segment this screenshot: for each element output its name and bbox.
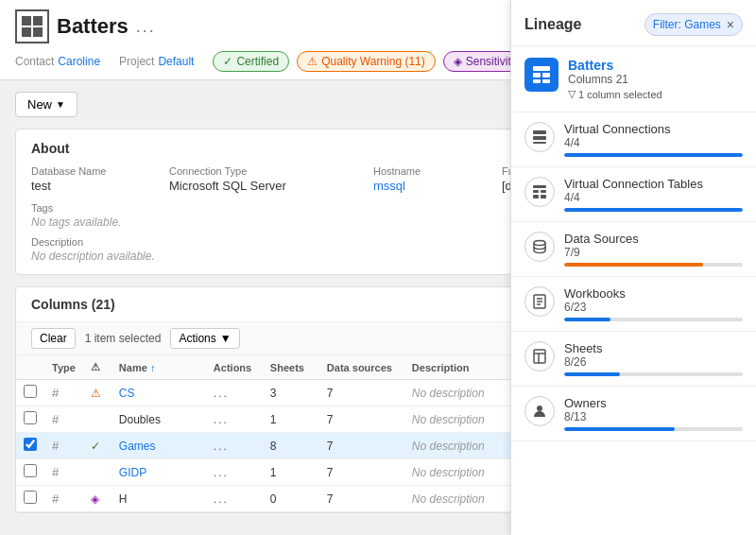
row-checkbox-cell: [16, 486, 44, 512]
row-name-cell: Doubles: [112, 406, 206, 433]
hostname-label: Hostname: [373, 165, 487, 177]
row-description-text: No description: [412, 492, 485, 506]
row-actions-button[interactable]: ...: [214, 492, 229, 506]
type-hash-icon: #: [52, 386, 59, 400]
hostname-value[interactable]: mssql: [373, 179, 487, 193]
lineage-main-columns: Columns 21: [568, 73, 743, 86]
row-type-cell: #: [44, 433, 83, 459]
column-name-link[interactable]: GIDP: [119, 466, 146, 479]
project-value[interactable]: Default: [158, 55, 194, 68]
row-warning-icon: ⚠: [91, 387, 101, 400]
row-checkbox[interactable]: [24, 464, 37, 477]
lineage-progress-bar-virtual-connections: [564, 153, 743, 157]
actions-label: Actions: [179, 332, 215, 345]
progress-fill-virtual-connections: [564, 153, 743, 157]
warning-col-header: ⚠: [83, 355, 112, 380]
row-name-cell: Games: [112, 433, 206, 459]
svg-rect-3: [533, 79, 541, 83]
hostname-field: Hostname mssql: [373, 165, 487, 193]
row-datasources-cell: 7: [319, 380, 404, 406]
lineage-panel-header: Lineage Filter: Games ×: [511, 0, 756, 46]
checkbox-col-header: [16, 355, 44, 380]
clear-button[interactable]: Clear: [31, 328, 76, 349]
certified-check-icon: ✓: [223, 55, 232, 68]
lineage-item-data-sources[interactable]: Data Sources 7/9: [511, 222, 756, 277]
lineage-item-virtual-connection-tables[interactable]: Virtual Connection Tables 4/4: [511, 167, 756, 222]
new-button-label: New: [27, 97, 52, 112]
svg-rect-4: [542, 79, 550, 83]
connection-type-label: Connection Type: [169, 165, 358, 177]
lineage-item-name-virtual-connections: Virtual Connections: [564, 122, 743, 136]
lineage-main-table-icon: [524, 58, 558, 92]
row-warning-cell: [83, 406, 112, 433]
lineage-item-info-workbooks: Workbooks 6/23: [564, 286, 743, 321]
lineage-item-count-virtual-connections: 4/4: [564, 136, 743, 149]
lineage-item-name-sheets: Sheets: [564, 341, 743, 355]
filter-close-icon[interactable]: ×: [727, 17, 734, 32]
svg-rect-0: [533, 66, 550, 71]
certified-badge[interactable]: ✓ Certified: [213, 51, 289, 72]
contact-value[interactable]: Caroline: [58, 55, 100, 68]
svg-rect-9: [533, 190, 539, 193]
lineage-item-workbooks[interactable]: Workbooks 6/23: [511, 277, 756, 332]
lineage-progress-bar-virtual-connection-tables: [564, 208, 743, 212]
lineage-item-owners[interactable]: Owners 8/13: [511, 387, 756, 441]
progress-fill-virtual-connection-tables: [564, 208, 743, 212]
lineage-main-filter: ▽ 1 column selected: [568, 88, 743, 100]
row-checkbox[interactable]: [24, 385, 37, 398]
filter-funnel-icon: ▽: [568, 88, 576, 100]
new-button[interactable]: New ▼: [15, 92, 77, 117]
column-name-link[interactable]: CS: [119, 387, 135, 400]
lineage-item-info-virtual-connections: Virtual Connections 4/4: [564, 122, 743, 157]
svg-rect-1: [533, 73, 541, 78]
row-actions-button[interactable]: ...: [214, 466, 229, 479]
row-actions-button[interactable]: ...: [214, 440, 229, 453]
actions-button[interactable]: Actions ▼: [170, 328, 239, 349]
quality-warning-label: Quality Warning (11): [321, 55, 425, 68]
quality-warning-badge[interactable]: ⚠ Quality Warning (11): [297, 51, 436, 72]
column-name-link: Doubles: [119, 413, 161, 426]
lineage-item-name-data-sources: Data Sources: [564, 232, 743, 246]
new-button-arrow-icon: ▼: [56, 99, 65, 110]
lineage-item-sheets[interactable]: Sheets 8/26: [511, 332, 756, 387]
row-checkbox[interactable]: [24, 438, 37, 451]
row-name-cell: GIDP: [112, 459, 206, 486]
progress-fill-data-sources: [564, 263, 703, 267]
lineage-items-container: Virtual Connections 4/4 Virtual Connecti…: [511, 112, 756, 441]
row-description-text: No description: [412, 387, 485, 400]
quality-warning-icon: ⚠: [307, 55, 318, 68]
svg-rect-18: [534, 350, 545, 363]
svg-point-21: [537, 406, 542, 411]
row-checkbox[interactable]: [24, 491, 37, 504]
lineage-item-icon-virtual-connection-tables: [524, 177, 555, 207]
row-type-cell: #: [44, 459, 83, 486]
lineage-item-virtual-connections[interactable]: Virtual Connections 4/4: [511, 112, 756, 167]
row-description-text: No description: [412, 440, 485, 453]
row-warning-cell: ✓: [83, 433, 112, 459]
column-name-link: H: [119, 492, 128, 506]
column-name-link[interactable]: Games: [119, 440, 156, 453]
actions-col-header: Actions: [206, 355, 263, 380]
name-col-header[interactable]: Name: [112, 355, 206, 380]
row-quality-icon: ✓: [91, 440, 100, 453]
svg-point-13: [534, 241, 545, 246]
lineage-title: Lineage: [524, 16, 581, 33]
lineage-progress-bar-workbooks: [564, 318, 743, 321]
svg-rect-5: [533, 130, 546, 134]
row-checkbox[interactable]: [24, 411, 37, 424]
more-options-button[interactable]: ...: [136, 17, 156, 37]
row-actions-cell: ...: [206, 380, 263, 406]
lineage-filter-info: 1 column selected: [578, 89, 662, 100]
row-sensitivity-icon: ◈: [91, 492, 99, 506]
lineage-filter-tag[interactable]: Filter: Games ×: [644, 13, 743, 36]
row-actions-button[interactable]: ...: [214, 387, 229, 400]
row-actions-button[interactable]: ...: [214, 413, 229, 426]
row-datasources-cell: 7: [319, 406, 404, 433]
lineage-main-item[interactable]: Batters Columns 21 ▽ 1 column selected: [511, 46, 756, 112]
row-sheets-cell: 8: [263, 433, 319, 459]
selected-info: 1 item selected: [85, 332, 162, 345]
table-svg-icon: [532, 65, 551, 84]
row-sheets-cell: 1: [263, 459, 319, 486]
database-name-label: Database Name: [31, 165, 154, 177]
row-name-cell: H: [112, 486, 206, 512]
